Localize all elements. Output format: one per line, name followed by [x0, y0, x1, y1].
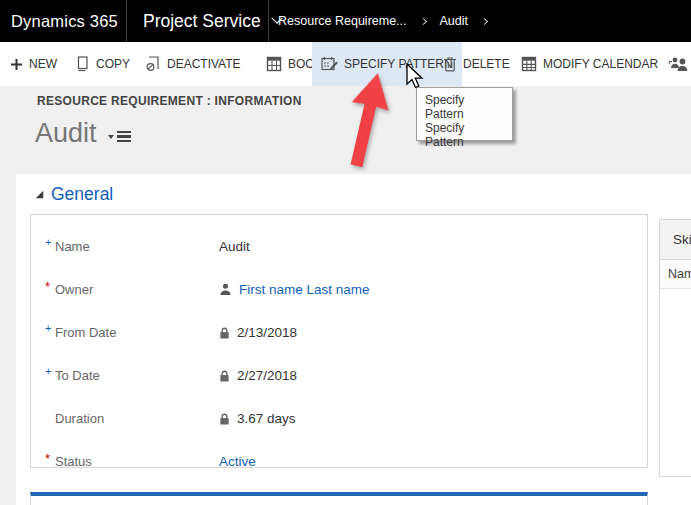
deactivate-button-label: DEACTIVATE: [167, 57, 241, 71]
form-selector-button[interactable]: [108, 131, 131, 143]
field-row-name: +Name Audit: [31, 225, 647, 268]
menu-icon: [117, 131, 131, 143]
next-section-divider: [30, 492, 648, 505]
duration-field-label: Duration: [55, 411, 104, 426]
deactivate-icon: [145, 56, 161, 72]
skills-subgrid-title: Skills: [660, 220, 691, 260]
modify-calendar-button[interactable]: MODIFY CALENDAR: [521, 42, 658, 86]
delete-button[interactable]: DELETE: [443, 42, 510, 86]
field-row-to-date: +To Date 2/27/2018: [31, 354, 647, 397]
calendar-edit-icon: [321, 56, 338, 72]
duration-field-value[interactable]: 3.67 days: [237, 411, 296, 426]
breadcrumb-item-audit[interactable]: Audit: [440, 14, 469, 28]
dynamics-365-logo[interactable]: Dynamics 365: [11, 0, 118, 42]
copy-icon: [75, 56, 90, 72]
lock-icon: [219, 413, 230, 425]
book-grid-icon: [266, 56, 282, 72]
tooltip: Specify Pattern Specify Pattern: [416, 87, 513, 141]
delete-button-label: DELETE: [463, 57, 510, 71]
caret-down-icon: [108, 135, 114, 139]
command-bar: NEW COPY DEACTIVATE BOOK SPECIFY PATTERN…: [0, 42, 691, 86]
brand-label: Dynamics 365: [11, 12, 118, 31]
new-button[interactable]: NEW: [10, 42, 57, 86]
name-field-label: Name: [55, 239, 90, 254]
copy-button-label: COPY: [96, 57, 130, 71]
app-switcher[interactable]: Project Service: [143, 0, 281, 42]
assign-people-icon: [668, 56, 689, 73]
from-date-field-label: From Date: [55, 325, 116, 340]
tooltip-description: Specify Pattern: [425, 121, 504, 149]
general-section: +Name Audit *Owner First name Last name …: [30, 214, 648, 468]
owner-field-value[interactable]: First name Last name: [239, 282, 370, 297]
section-general-label: General: [51, 184, 113, 205]
top-navigation-bar: Dynamics 365 Project Service Resource Re…: [0, 0, 691, 42]
tooltip-title: Specify Pattern: [425, 93, 504, 121]
section-collapse-icon: [35, 190, 44, 199]
breadcrumb: Resource Requireme... Audit: [278, 0, 487, 42]
chevron-right-icon: [481, 17, 488, 24]
recommended-marker: +: [45, 322, 55, 337]
required-marker: *: [45, 279, 55, 294]
field-row-from-date: +From Date 2/13/2018: [31, 311, 647, 354]
owner-field-label: Owner: [55, 282, 93, 297]
breadcrumb-item-resource-requirements[interactable]: Resource Requireme...: [278, 14, 407, 28]
deactivate-button[interactable]: DEACTIVATE: [145, 42, 241, 86]
skills-column-header-name[interactable]: Name: [660, 260, 691, 289]
status-field-label: Status: [55, 454, 92, 469]
lock-icon: [219, 327, 230, 339]
to-date-field-value[interactable]: 2/27/2018: [237, 368, 297, 383]
app-name-label: Project Service: [143, 11, 261, 32]
status-field-value[interactable]: Active: [219, 454, 256, 469]
field-row-status: *Status Active: [31, 440, 647, 483]
recommended-marker: +: [45, 236, 55, 251]
section-general-toggle[interactable]: General: [35, 184, 113, 205]
copy-button[interactable]: COPY: [75, 42, 130, 86]
modify-calendar-button-label: MODIFY CALENDAR: [543, 57, 658, 71]
field-row-owner: *Owner First name Last name: [31, 268, 647, 311]
from-date-field-value[interactable]: 2/13/2018: [237, 325, 297, 340]
trash-icon: [443, 56, 457, 72]
lock-icon: [219, 370, 230, 382]
name-field-value[interactable]: Audit: [219, 239, 250, 254]
plus-icon: [10, 58, 23, 71]
mouse-cursor: [405, 63, 427, 91]
person-icon: [219, 283, 232, 296]
field-row-duration: Duration 3.67 days: [31, 397, 647, 440]
calendar-grid-icon: [521, 56, 537, 72]
new-button-label: NEW: [29, 57, 57, 71]
required-marker: *: [45, 451, 55, 466]
assign-button[interactable]: [668, 42, 689, 86]
recommended-marker: +: [45, 365, 55, 380]
chevron-right-icon: [419, 17, 426, 24]
to-date-field-label: To Date: [55, 368, 100, 383]
skills-subgrid: Skills Name: [659, 219, 691, 477]
topbar-divider: [126, 0, 127, 42]
entity-form-label: RESOURCE REQUIREMENT : INFORMATION: [37, 94, 302, 108]
record-title: Audit: [35, 118, 97, 149]
